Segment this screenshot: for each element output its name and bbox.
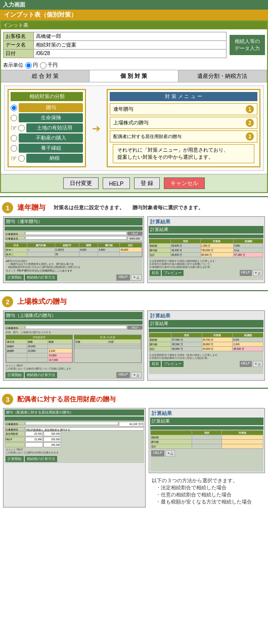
customer-value: 高橋健一郎 (34, 32, 227, 41)
strategy-area: 相続対策の分類 贈与 生命保険 ☞ 土地の有効活用 不動産の購入 養子縁組 (4, 85, 264, 171)
section-1-desc2: 贈与対象者毎に選択できます。 (132, 204, 203, 211)
menu-number-0: 1 (246, 105, 254, 113)
arrow-col: ➔ (90, 89, 103, 167)
strategy-label-0: 贈与 (19, 103, 83, 112)
strategy-label-3: 不動産の購入 (19, 133, 83, 143)
section-3-name: 配偶者に対する居住用財産の贈与 (17, 395, 116, 404)
section-1-left-screen: 贈与（連年贈与） 行事費用等 HELP 行事費名等 ¥300,000 氏名 (3, 216, 144, 283)
section-3-note: 以下の３つの方法から選択できます。 法定相続割合で相続した場合 任意の相続割合で… (152, 477, 262, 505)
section-3-screen-title: 贈与（配偶者に対する居住用財産の贈与） (5, 409, 144, 416)
section-3-screens: 贈与（配偶者に対する居住用財産の贈与） 行事費用等 ¥1,100 万円 行事費用… (0, 406, 268, 510)
strategy-menu: 対 策 メ ニ ュ ー 連年贈与 1 上場株式の贈与 2 配偶者に対する居住用財… (107, 89, 260, 167)
menu-label-0: 連年贈与 (113, 106, 133, 113)
data-value: 相続対策のご提案 (34, 41, 227, 50)
strategy-label-2: 土地の有効活用 (26, 123, 83, 132)
section-2-left-screen: 贈与（上場株式の贈与） 行事費用等 HELP 評価、贈与、上場株式の贈与を入力す… (3, 310, 144, 381)
help-button[interactable]: HELP (103, 177, 130, 189)
section-1-screen-title: 贈与（連年贈与） (5, 218, 143, 225)
section-2-name: 上場株式の贈与 (17, 297, 67, 306)
section-2-badge: 2 (2, 296, 13, 307)
section-1-badge: 1 (2, 202, 13, 213)
section-3-badge: 3 (2, 394, 13, 405)
strategy-item-2[interactable]: ☞ 土地の有効活用 (11, 123, 83, 132)
section-1-calc-title: 計算結果 (149, 218, 263, 226)
section-1-name: 連年贈与 (17, 203, 46, 212)
unit-yen-radio[interactable]: 円 (25, 62, 38, 69)
hand-icon-1: ☞ (11, 124, 17, 132)
menu-item-1[interactable]: 上場株式の贈与 2 (110, 117, 257, 129)
menu-item-0[interactable]: 連年贈与 1 (110, 103, 257, 115)
section-2-calc-screen-title: 計算結果 (149, 320, 263, 328)
strategy-label-4: 養子縁組 (19, 144, 83, 153)
section-3-left-screen: 贈与（配偶者に対する居住用財産の贈与） 行事費用等 ¥1,100 万円 行事費用… (3, 408, 146, 508)
breadcrumb: 入力画面 (3, 2, 25, 8)
page-header: 入力画面 (0, 0, 268, 10)
section-2-calc-title: 計算結果 (149, 312, 263, 320)
strategy-right-title: 対 策 メ ニ ュ ー (110, 92, 257, 101)
section-1-calc-screen-title: 計算結果 (149, 226, 263, 234)
unit-label: 表示単位 (3, 62, 23, 69)
data-input-button[interactable]: 相続人等の データ入力 (230, 35, 265, 55)
tab-sogo[interactable]: 総 合 対 策 (1, 70, 90, 82)
menu-number-2: 3 (246, 132, 254, 141)
strategy-label-1: 生命保険 (19, 113, 83, 122)
customer-label: お客様名 (4, 32, 34, 41)
date-value: /06/28 (34, 50, 227, 58)
strategy-classification: 相続対策の分類 贈与 生命保険 ☞ 土地の有効活用 不動産の購入 養子縁組 (8, 89, 86, 167)
section-2: 2 上場株式の贈与 贈与（上場株式の贈与） 行事費用等 HELP 評価、贈与、上… (0, 290, 268, 383)
section-1-screen-content: 行事費用等 HELP 行事費名等 ¥300,000 氏名 贈与対象 金額/年 (5, 226, 143, 282)
strategy-item-4[interactable]: 養子縁組 (11, 144, 83, 153)
section-2-screen-title: 贈与（上場株式の贈与） (5, 312, 143, 319)
section-3: 3 配偶者に対する居住用財産の贈与 贈与（配偶者に対する居住用財産の贈与） 行事… (0, 388, 268, 510)
section-1-desc1: 対策名は任意に設定できます。 (54, 204, 124, 211)
tab-isan[interactable]: 遺産分割・納税方法 (178, 70, 267, 82)
unit-sen-label: 千円 (48, 62, 58, 69)
strategy-item-1[interactable]: 生命保険 (11, 113, 83, 122)
strategy-item-3[interactable]: 不動産の購入 (11, 133, 83, 143)
section-3-calc-screen-title: 計算結果 (150, 418, 263, 425)
section-3-calc-content: 現状 対策後 相続税 贈与税 (150, 426, 263, 472)
strategy-label-5: 納税 (26, 154, 83, 163)
unit-sen-radio[interactable]: 千円 (40, 62, 58, 69)
section-1-header: 1 連年贈与 対策名は任意に設定できます。 贈与対象者毎に選択できます。 (0, 199, 268, 214)
section-3-screen-content: 行事費用等 ¥1,100 万円 行事費用等 HELP 配偶者に 居住用財産を 贈… (5, 417, 144, 463)
section-2-screens: 贈与（上場株式の贈与） 行事費用等 HELP 評価、贈与、上場株式の贈与を入力す… (0, 308, 268, 383)
date-label: 日付 (4, 50, 34, 58)
bottom-bar: 日付変更 HELP 登 録 キャンセル (1, 174, 267, 192)
menu-number-1: 2 (246, 119, 254, 127)
menu-label-1: 上場株式の贈与 (113, 119, 149, 126)
section-3-calc-title: 計算結果 (150, 409, 263, 418)
strategy-item-5[interactable]: ☞ 納税 (11, 154, 83, 163)
section-2-right-screen: 計算結果 計算結果 現状 対策後 削減額 相続税 37,500 万 25,700… (147, 310, 265, 381)
section-3-header: 3 配偶者に対する居住用財産の贈与 (0, 391, 268, 406)
data-label: データ名 (4, 41, 34, 50)
date-change-button[interactable]: 日付変更 (63, 177, 99, 189)
section-2-header: 2 上場株式の贈与 (0, 293, 268, 308)
section-2-calc-content: 現状 対策後 削減額 相続税 37,500 万 25,700 万 6.1% 贈与… (149, 329, 263, 374)
section-1: 1 連年贈与 対策名は任意に設定できます。 贈与対象者毎に選択できます。 贈与（… (0, 196, 268, 285)
input-panel-title: インット表 (1, 21, 267, 29)
section-1-calc-content: 現状 対策後 削減額 相続税 28,600 万 1,200 万 3.9% 贈与税… (149, 235, 263, 280)
register-button[interactable]: 登 録 (134, 177, 160, 189)
strategy-item-0[interactable]: 贈与 (11, 103, 83, 112)
section-1-screens: 贈与（連年贈与） 行事費用等 HELP 行事費名等 ¥300,000 氏名 (0, 214, 268, 285)
unit-row: 表示単位 円 千円 (1, 61, 267, 70)
arrow-icon: ➔ (92, 122, 101, 134)
hand-icon-2: ☞ (11, 154, 17, 162)
menu-item-2[interactable]: 配偶者に対する居住用財産の贈与 3 (110, 130, 257, 143)
tab-kobetsu[interactable]: 個 別 対 策 (90, 70, 178, 82)
menu-label-2: 配偶者に対する居住用財産の贈与 (113, 133, 182, 140)
strategy-note: それぞれに「対策メニュー」が用意されており、提案したい対策をその中から選択します… (113, 144, 254, 163)
unit-yen-label: 円 (33, 62, 38, 69)
input-panel: インット表 お客様名 高橋健一郎 データ名 相続対策のご提案 日付 /06/28… (0, 20, 268, 193)
tabs-row: 総 合 対 策 個 別 対 策 遺産分割・納税方法 (1, 70, 267, 82)
section-2-screen-content: 行事費用等 HELP 評価、贈与、上場株式の贈与を入力する 所有財産等 株式名 … (5, 320, 143, 379)
strategy-left-title: 相続対策の分類 (11, 92, 83, 101)
section-3-right-screen: 計算結果 計算結果 現状 対策後 相続税 (149, 408, 265, 473)
section-1-right-screen: 計算結果 計算結果 現状 対策後 削減額 相続税 28,600 万 1,200 … (147, 216, 265, 283)
section-title: インプット表（個別対策） (0, 10, 268, 20)
cancel-button[interactable]: キャンセル (164, 177, 205, 189)
